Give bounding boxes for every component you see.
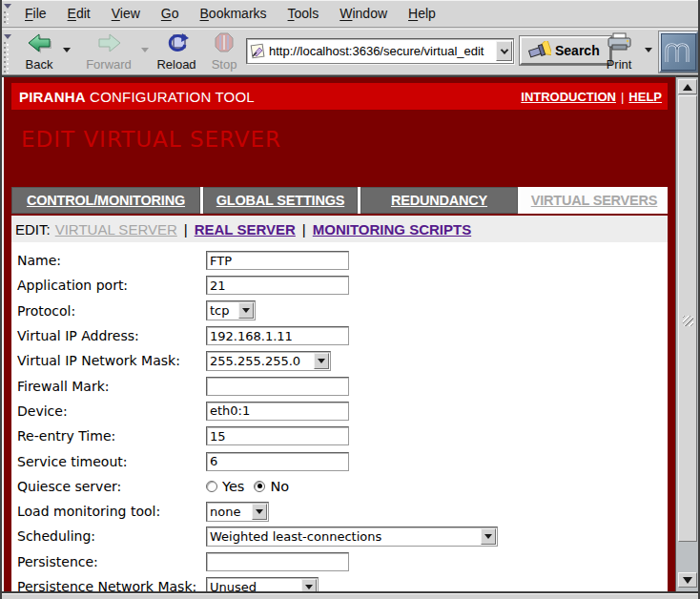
dropdown-button[interactable] xyxy=(238,302,254,319)
forward-button[interactable]: Forward xyxy=(81,31,136,73)
tab-control-monitoring[interactable]: CONTROL/MONITORING xyxy=(11,187,200,214)
mozilla-logo[interactable] xyxy=(659,31,698,72)
back-label: Back xyxy=(26,58,53,71)
forward-label: Forward xyxy=(86,58,132,71)
scrollbar-thumb[interactable] xyxy=(678,95,697,542)
persistence-network-mask-select[interactable]: Unused xyxy=(206,577,319,592)
form-row-protocol: Protocol:tcp xyxy=(14,299,668,323)
subnav-current-virtual-server: VIRTUAL SERVER xyxy=(55,221,177,238)
name-label: Name: xyxy=(14,253,206,268)
dropdown-button[interactable] xyxy=(314,353,329,369)
menu-item-view[interactable]: View xyxy=(101,6,151,21)
menu-item-tools[interactable]: Tools xyxy=(278,6,330,21)
tab-label: REDUNDANCY xyxy=(391,193,487,208)
subnav-prefix: EDIT: xyxy=(15,221,51,238)
forward-dropdown-arrow[interactable] xyxy=(141,48,149,52)
menu-item-go[interactable]: Go xyxy=(151,6,190,21)
persistence-input[interactable] xyxy=(206,552,349,571)
url-bar[interactable] xyxy=(246,38,514,64)
menu-item-edit[interactable]: Edit xyxy=(57,6,101,21)
virtual-ip-network-mask-select[interactable]: 255.255.255.0 xyxy=(206,351,331,371)
selected-value: Unused xyxy=(207,580,301,592)
dropdown-button[interactable] xyxy=(301,579,317,592)
form-row-persistence-network-mask: Persistence Network Mask:Unused xyxy=(14,574,668,591)
re-entry-time-input[interactable] xyxy=(206,426,349,445)
dropdown-button[interactable] xyxy=(481,528,496,545)
real-server-link[interactable]: REAL SERVER xyxy=(195,221,296,238)
virtual-ip-address-input[interactable] xyxy=(206,326,349,345)
name-input[interactable] xyxy=(206,251,349,270)
introduction-link[interactable]: INTRODUCTION xyxy=(521,90,616,104)
grip-dots xyxy=(4,42,10,73)
grip-dots xyxy=(4,11,10,24)
form-row-scheduling: Scheduling:Weighted least-connections xyxy=(14,524,668,548)
piranha-header-bar: PIRANHA CONFIGURATION TOOL INTRODUCTION|… xyxy=(11,83,668,110)
back-dropdown-arrow[interactable] xyxy=(63,48,71,52)
triangle-down-icon xyxy=(242,308,250,313)
tab-label: CONTROL/MONITORING xyxy=(27,193,185,208)
tab-global-settings[interactable]: GLOBAL SETTINGS xyxy=(203,187,358,214)
window-bottom-edge xyxy=(0,591,700,599)
reload-button[interactable]: Reload xyxy=(153,31,200,73)
load-monitoring-tool-label: Load monitoring tool: xyxy=(14,504,206,519)
quiesce-server-yes-radio[interactable] xyxy=(206,481,217,492)
back-button[interactable]: Back xyxy=(17,31,61,73)
service-timeout-input[interactable] xyxy=(206,452,349,471)
search-button[interactable]: Search xyxy=(520,36,611,65)
scrollbar-down-button[interactable] xyxy=(678,572,697,588)
scrollbar-up-button[interactable] xyxy=(678,79,697,94)
persistence-label: Persistence: xyxy=(14,554,206,569)
vertical-scrollbar[interactable] xyxy=(675,75,698,591)
form-row-firewall-mark: Firewall Mark: xyxy=(14,373,668,398)
selected-value: Weighted least-connections xyxy=(207,529,481,544)
application-port-input[interactable] xyxy=(206,276,349,295)
scheduling-select[interactable]: Weighted least-connections xyxy=(206,527,498,547)
tab-label: VIRTUAL SERVERS xyxy=(531,193,658,208)
app-title-rest: CONFIGURATION TOOL xyxy=(86,89,255,105)
menu-item-help[interactable]: Help xyxy=(398,6,446,21)
form-row-virtual-ip-address: Virtual IP Address: xyxy=(14,323,668,348)
selected-value: 255.255.255.0 xyxy=(207,354,314,368)
virtual-ip-address-label: Virtual IP Address: xyxy=(14,328,206,343)
selected-value: none xyxy=(207,505,252,519)
url-input[interactable] xyxy=(266,44,496,58)
persistence-network-mask-label: Persistence Network Mask: xyxy=(14,579,206,591)
stop-button[interactable]: Stop xyxy=(207,31,241,73)
menu-item-window[interactable]: Window xyxy=(329,6,398,21)
radio-label: Yes xyxy=(222,479,244,494)
app-title-strong: PIRANHA xyxy=(19,89,86,105)
search-label: Search xyxy=(555,43,600,58)
form-row-application-port: Application port: xyxy=(14,273,668,298)
url-dropdown-button[interactable] xyxy=(496,41,512,61)
subnav-separator: | xyxy=(184,221,188,238)
menubar-grip-handle[interactable] xyxy=(3,2,13,25)
tab-label: GLOBAL SETTINGS xyxy=(216,193,345,208)
collapse-arrow-icon xyxy=(4,34,11,39)
selected-value: tcp xyxy=(207,303,238,318)
dropdown-button[interactable] xyxy=(252,504,267,520)
print-button[interactable]: Print xyxy=(599,31,639,73)
virtual-ip-network-mask-label: Virtual IP Network Mask: xyxy=(14,353,206,368)
load-monitoring-tool-select[interactable]: none xyxy=(206,502,269,522)
monitoring-scripts-link[interactable]: MONITORING SCRIPTS xyxy=(313,221,471,238)
toolbar-grip-handle[interactable] xyxy=(3,32,13,74)
tab-redundancy[interactable]: REDUNDANCY xyxy=(360,187,518,214)
mozilla-m-icon xyxy=(661,33,696,71)
url-bookmark-icon xyxy=(250,43,266,59)
protocol-label: Protocol: xyxy=(14,303,206,319)
menu-item-file[interactable]: File xyxy=(14,6,57,21)
scheduling-label: Scheduling: xyxy=(14,528,206,544)
protocol-select[interactable]: tcp xyxy=(206,300,256,320)
page-viewport: PIRANHA CONFIGURATION TOOL INTRODUCTION|… xyxy=(2,75,675,591)
quiesce-server-label: Quiesce server: xyxy=(14,479,206,494)
quiesce-server-no-radio[interactable] xyxy=(254,481,265,492)
menu-bar: FileEditViewGoBookmarksToolsWindowHelp xyxy=(2,0,698,28)
firewall-mark-input[interactable] xyxy=(206,377,349,396)
print-dropdown-arrow[interactable] xyxy=(645,48,652,52)
triangle-down-icon xyxy=(683,577,692,584)
search-flashlight-icon xyxy=(527,41,551,60)
device-input[interactable] xyxy=(206,402,349,421)
help-link[interactable]: HELP xyxy=(628,90,662,104)
menu-item-bookmarks[interactable]: Bookmarks xyxy=(190,6,278,21)
tab-virtual-servers[interactable]: VIRTUAL SERVERS xyxy=(521,187,668,214)
